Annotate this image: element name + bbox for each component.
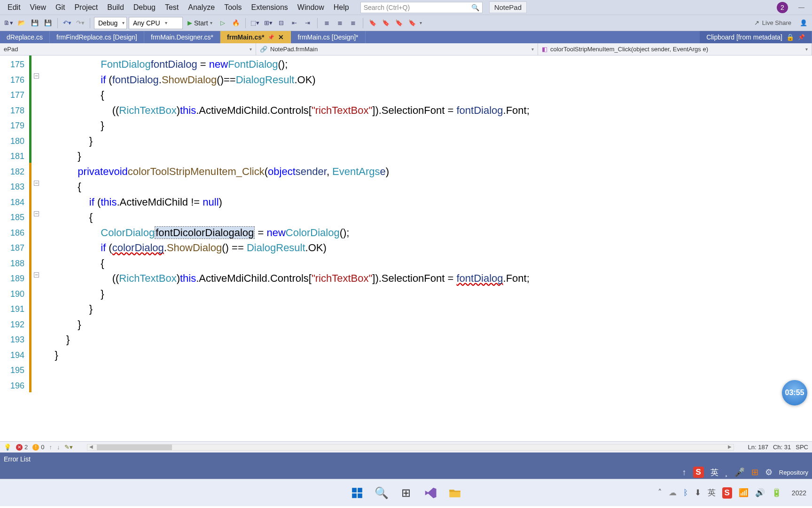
horizontal-scrollbar[interactable]: ◀ ▶	[87, 444, 734, 451]
scrollbar-thumb[interactable]	[97, 444, 172, 450]
config-dropdown[interactable]: Debug▾	[94, 17, 127, 29]
config-value: Debug	[98, 19, 117, 27]
bookmark-nav-button[interactable]: 🔖	[380, 17, 391, 29]
menu-test[interactable]: Test	[160, 3, 183, 12]
clock-year[interactable]: 2022	[788, 489, 806, 497]
tab-clipboard-metadata[interactable]: Clipboard [from metadata] 🔒 📌	[700, 31, 812, 43]
bluetooth-icon[interactable]: ᛒ	[683, 488, 688, 498]
code-content[interactable]: FontDialogfontDialog = newFontDialog(); …	[41, 56, 812, 441]
toggle-button[interactable]: ⊟	[276, 17, 287, 29]
ime-lang[interactable]: 英	[710, 467, 718, 478]
onedrive-icon[interactable]: ☁	[669, 488, 677, 498]
method-dropdown[interactable]: ◧ colorToolStripMenuItem_Click(object se…	[538, 43, 812, 55]
tab-designer[interactable]: frmMain.Designer.cs*	[144, 31, 220, 43]
format-button[interactable]: ≣	[348, 17, 359, 29]
start-menu-icon[interactable]	[349, 485, 365, 501]
user-avatar[interactable]: 2	[777, 2, 788, 13]
svg-rect-3	[358, 493, 362, 498]
fold-box[interactable]	[34, 211, 39, 216]
scope-label: ePad	[4, 46, 18, 53]
nav-down-icon[interactable]: ↓	[57, 444, 60, 451]
pen-icon[interactable]: ✎▾	[64, 444, 73, 451]
save-button[interactable]: 💾	[29, 17, 40, 29]
clock-widget[interactable]: 03:55	[782, 380, 807, 405]
uncomment-button[interactable]: ≣	[335, 17, 346, 29]
fold-box[interactable]	[34, 181, 39, 186]
download-icon[interactable]: ⬇	[695, 488, 701, 498]
tray-expand-icon[interactable]: ˄	[658, 488, 662, 498]
open-file-button[interactable]: 📂	[16, 17, 27, 29]
menu-help[interactable]: Help	[329, 3, 354, 12]
new-item-button[interactable]: 🗎▾	[3, 17, 14, 29]
scope-dropdown[interactable]: ePad ▾	[0, 43, 256, 55]
outdent-button[interactable]: ⇤	[289, 17, 300, 29]
menu-analyze[interactable]: Analyze	[183, 3, 219, 12]
tab-frmmain-design[interactable]: frmMain.cs [Design]*	[291, 31, 365, 43]
upload-icon[interactable]: ↑	[682, 468, 687, 477]
step-into-button[interactable]: ⬚▾	[250, 17, 261, 29]
file-explorer-icon[interactable]	[447, 485, 463, 501]
class-dropdown[interactable]: 🔗 NotePad.frmMain ▾	[256, 43, 538, 55]
ime-badge[interactable]: S	[693, 467, 704, 478]
bookmark-button[interactable]: 🔖	[367, 17, 378, 29]
bookmark-clear-button[interactable]: 🔖	[406, 17, 418, 29]
error-list-tab[interactable]: Error List	[4, 455, 31, 463]
menu-build[interactable]: Build	[102, 3, 129, 12]
menu-edit[interactable]: Edit	[3, 3, 25, 12]
bookmark-nav2-button[interactable]: 🔖	[393, 17, 405, 29]
pin-icon[interactable]: 📌	[268, 34, 274, 40]
start-button[interactable]: ▶ Start ▾	[185, 17, 215, 29]
column-indicator[interactable]: Ch: 31	[773, 444, 791, 451]
error-count[interactable]: ✕ 2	[16, 444, 28, 451]
solution-name-badge[interactable]: NotePad	[489, 1, 527, 13]
sogou-tray-icon[interactable]: S	[722, 487, 732, 499]
search-icon[interactable]: 🔍	[374, 485, 390, 501]
code-editor[interactable]: 1751761771781791801811821831841851861871…	[0, 56, 812, 441]
line-indicator[interactable]: Ln: 187	[748, 444, 768, 451]
grid-icon[interactable]: ⊞	[751, 467, 758, 477]
undo-button[interactable]: ↶▾	[62, 17, 73, 29]
search-box[interactable]: Search (Ctrl+Q) 🔍	[360, 2, 483, 13]
fold-box[interactable]	[34, 272, 39, 278]
save-all-button[interactable]: 💾	[42, 17, 54, 29]
platform-dropdown[interactable]: Any CPU▾	[129, 17, 183, 29]
repository-label[interactable]: Repository	[779, 469, 808, 476]
ime-tray-icon[interactable]: 英	[708, 487, 716, 498]
comment-out-button[interactable]: ≣	[321, 17, 333, 29]
warning-count[interactable]: ! 0	[32, 444, 44, 451]
battery-icon[interactable]: 🔋	[772, 488, 781, 498]
nav-up-icon[interactable]: ↑	[49, 444, 52, 451]
visual-studio-icon[interactable]	[422, 485, 438, 501]
menu-git[interactable]: Git	[51, 3, 70, 12]
task-view-icon[interactable]: ⊞	[398, 485, 414, 501]
menu-debug[interactable]: Debug	[129, 3, 160, 12]
light-bulb-icon[interactable]: 💡	[4, 444, 11, 451]
indent-mode[interactable]: SPC	[796, 444, 808, 451]
feedback-button[interactable]: 👤	[798, 17, 809, 29]
pin-icon[interactable]: 📌	[798, 34, 805, 40]
close-icon[interactable]: ✕	[278, 33, 284, 41]
redo-button[interactable]: ↷▾	[75, 17, 86, 29]
warning-number: 0	[41, 444, 44, 451]
ime-comma-icon[interactable]: ¸	[725, 468, 728, 477]
menu-view[interactable]: View	[25, 3, 51, 12]
volume-icon[interactable]: 🔊	[755, 488, 765, 498]
hot-reload-button[interactable]: 🔥	[230, 17, 242, 29]
menu-tools[interactable]: Tools	[219, 3, 246, 12]
start-without-debug-button[interactable]: ▷	[217, 17, 228, 29]
mic-icon[interactable]: 🎤	[734, 467, 745, 477]
fold-box[interactable]	[34, 73, 39, 79]
gear-icon[interactable]: ⚙	[765, 467, 773, 477]
minimize-button[interactable]: —	[794, 4, 809, 11]
fold-column[interactable]	[33, 56, 41, 441]
wifi-icon[interactable]: 📶	[739, 488, 749, 498]
menu-project[interactable]: Project	[70, 3, 102, 12]
layout-button[interactable]: ⊞▾	[263, 17, 274, 29]
tab-findreplace-design[interactable]: frmFindReplace.cs [Design]	[50, 31, 144, 43]
tab-dreplace[interactable]: dReplace.cs	[0, 31, 50, 43]
menu-extensions[interactable]: Extensions	[247, 3, 293, 12]
live-share-button[interactable]: ↗ Live Share	[754, 19, 791, 26]
indent-button[interactable]: ⇥	[302, 17, 313, 29]
menu-window[interactable]: Window	[293, 3, 329, 12]
tab-frmmain-active[interactable]: frmMain.cs* 📌 ✕	[220, 31, 291, 43]
